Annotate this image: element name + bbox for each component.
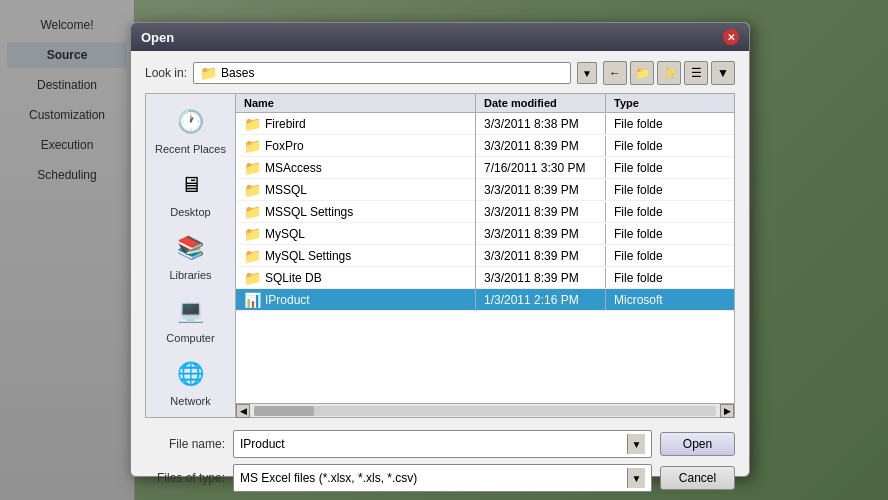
filetype-combo[interactable]: MS Excel files (*.xlsx, *.xls, *.csv) ▼	[233, 464, 652, 492]
toolbar-icons: ← 📁 ✨ ☰ ▼	[603, 61, 735, 85]
folder-icon: 📁	[244, 248, 261, 264]
lookin-label: Look in:	[145, 66, 187, 80]
table-row[interactable]: 📁Firebird3/3/2011 8:38 PMFile folde	[236, 113, 734, 135]
folder-icon: 📁	[244, 116, 261, 132]
filetype-row: Files of type: MS Excel files (*.xlsx, *…	[145, 464, 735, 492]
file-name: MSSQL	[265, 183, 307, 197]
nav-network[interactable]: 🌐 Network	[151, 356, 231, 407]
file-name: MSSQL Settings	[265, 205, 353, 219]
folder-icon: 📁	[244, 160, 261, 176]
table-row[interactable]: 📁MSAccess7/16/2011 3:30 PMFile folde	[236, 157, 734, 179]
table-row[interactable]: 📁SQLite DB3/3/2011 8:39 PMFile folde	[236, 267, 734, 289]
file-type: File folde	[606, 136, 734, 156]
file-name: MySQL Settings	[265, 249, 351, 263]
filename-combo[interactable]: IProduct ▼	[233, 430, 652, 458]
horizontal-scrollbar[interactable]: ◀ ▶	[236, 403, 734, 417]
content-area: 🕐 Recent Places 🖥 Desktop 📚 Libraries 💻 …	[145, 93, 735, 418]
filename-value: IProduct	[240, 437, 627, 451]
cancel-button[interactable]: Cancel	[660, 466, 735, 490]
file-type: File folde	[606, 246, 734, 266]
nav-recent-places[interactable]: 🕐 Recent Places	[151, 104, 231, 155]
table-row[interactable]: 📁FoxPro3/3/2011 8:39 PMFile folde	[236, 135, 734, 157]
filename-dropdown[interactable]: ▼	[627, 434, 645, 454]
file-type: File folde	[606, 180, 734, 200]
file-type: File folde	[606, 114, 734, 134]
file-date: 3/3/2011 8:39 PM	[476, 202, 606, 222]
libraries-icon: 📚	[171, 230, 211, 266]
folder-icon: 📁	[244, 204, 261, 220]
filetype-value: MS Excel files (*.xlsx, *.xls, *.csv)	[240, 471, 627, 485]
folder-icon: 📁	[244, 182, 261, 198]
file-type: File folde	[606, 268, 734, 288]
file-list-area: Name Date modified Type 📁Firebird3/3/201…	[236, 94, 734, 417]
file-date: 3/3/2011 8:39 PM	[476, 180, 606, 200]
table-row[interactable]: 📁MySQL Settings3/3/2011 8:39 PMFile fold…	[236, 245, 734, 267]
lookin-row: Look in: 📁 Bases ▼ ← 📁 ✨ ☰ ▼	[145, 61, 735, 85]
desktop-icon: 🖥	[171, 167, 211, 203]
table-row[interactable]: 📊IProduct1/3/2011 2:16 PMMicrosoft	[236, 289, 734, 311]
filetype-dropdown[interactable]: ▼	[627, 468, 645, 488]
new-folder-button[interactable]: ✨	[657, 61, 681, 85]
file-date: 3/3/2011 8:38 PM	[476, 114, 606, 134]
computer-icon: 💻	[171, 293, 211, 329]
dialog-titlebar: Open ✕	[131, 23, 749, 51]
file-date: 3/3/2011 8:39 PM	[476, 268, 606, 288]
lookin-value: Bases	[221, 66, 564, 80]
open-button[interactable]: Open	[660, 432, 735, 456]
file-date: 1/3/2011 2:16 PM	[476, 290, 606, 310]
file-type: Microsoft	[606, 290, 734, 310]
view-dropdown[interactable]: ▼	[711, 61, 735, 85]
scroll-track[interactable]	[254, 406, 716, 416]
dialog-body: Look in: 📁 Bases ▼ ← 📁 ✨ ☰ ▼ 🕐 Recent Pl…	[131, 51, 749, 500]
nav-desktop[interactable]: 🖥 Desktop	[151, 167, 231, 218]
file-name: MSAccess	[265, 161, 322, 175]
file-type: File folde	[606, 202, 734, 222]
bottom-fields: File name: IProduct ▼ Open Files of type…	[145, 430, 735, 492]
filename-row: File name: IProduct ▼ Open	[145, 430, 735, 458]
file-date: 7/16/2011 3:30 PM	[476, 158, 606, 178]
left-nav: 🕐 Recent Places 🖥 Desktop 📚 Libraries 💻 …	[146, 94, 236, 417]
nav-libraries[interactable]: 📚 Libraries	[151, 230, 231, 281]
dialog-title: Open	[141, 30, 174, 45]
table-row[interactable]: 📁MSSQL Settings3/3/2011 8:39 PMFile fold…	[236, 201, 734, 223]
file-name: IProduct	[265, 293, 310, 307]
open-dialog: Open ✕ Look in: 📁 Bases ▼ ← 📁 ✨ ☰ ▼	[130, 22, 750, 477]
filetype-label: Files of type:	[145, 471, 225, 485]
folder-icon: 📁	[244, 138, 261, 154]
scroll-left-button[interactable]: ◀	[236, 404, 250, 418]
col-header-type: Type	[606, 94, 734, 112]
file-list-header: Name Date modified Type	[236, 94, 734, 113]
col-header-date: Date modified	[476, 94, 606, 112]
file-type: File folde	[606, 224, 734, 244]
file-list: 📁Firebird3/3/2011 8:38 PMFile folde📁FoxP…	[236, 113, 734, 403]
table-row[interactable]: 📁MSSQL3/3/2011 8:39 PMFile folde	[236, 179, 734, 201]
folder-icon: 📁	[244, 226, 261, 242]
up-button[interactable]: 📁	[630, 61, 654, 85]
scroll-thumb[interactable]	[254, 406, 314, 416]
lookin-dropdown[interactable]: ▼	[577, 62, 597, 84]
file-date: 3/3/2011 8:39 PM	[476, 246, 606, 266]
network-icon: 🌐	[171, 356, 211, 392]
nav-computer[interactable]: 💻 Computer	[151, 293, 231, 344]
table-row[interactable]: 📁MySQL3/3/2011 8:39 PMFile folde	[236, 223, 734, 245]
folder-icon: 📁	[244, 270, 261, 286]
col-header-name: Name	[236, 94, 476, 112]
view-button[interactable]: ☰	[684, 61, 708, 85]
file-name: Firebird	[265, 117, 306, 131]
file-date: 3/3/2011 8:39 PM	[476, 224, 606, 244]
scroll-right-button[interactable]: ▶	[720, 404, 734, 418]
recent-places-icon: 🕐	[171, 104, 211, 140]
excel-icon: 📊	[244, 292, 261, 308]
folder-icon: 📁	[200, 65, 217, 81]
back-button[interactable]: ←	[603, 61, 627, 85]
lookin-combo[interactable]: 📁 Bases	[193, 62, 571, 84]
file-name: FoxPro	[265, 139, 304, 153]
filename-label: File name:	[145, 437, 225, 451]
file-type: File folde	[606, 158, 734, 178]
file-date: 3/3/2011 8:39 PM	[476, 136, 606, 156]
dialog-close-button[interactable]: ✕	[723, 29, 739, 45]
file-name: SQLite DB	[265, 271, 322, 285]
file-name: MySQL	[265, 227, 305, 241]
